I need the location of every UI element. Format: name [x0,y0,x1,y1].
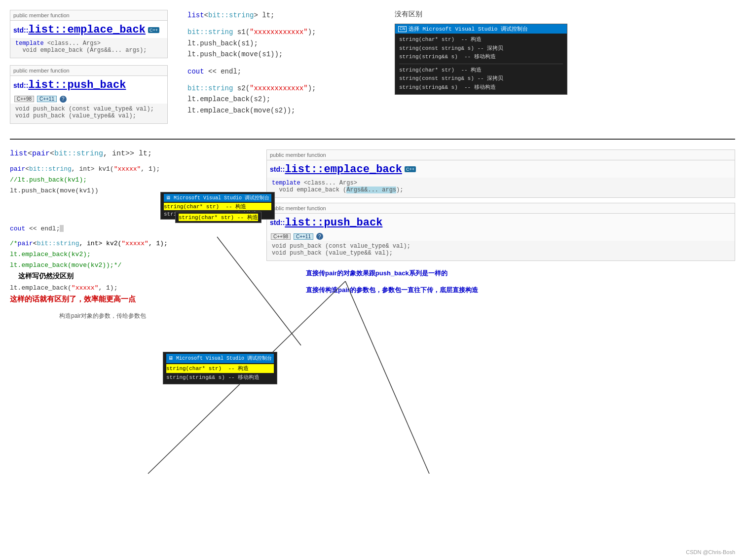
emplace-back-prefix: std:: [13,26,28,34]
code-commented-push: //lt.push_back(kv1); [10,175,247,186]
vs-line-1: string(char* str) -- 构造 [399,36,563,44]
badge-cpp11-b: C++11 [294,233,313,240]
vs-line-5: string(const string& s) -- 深拷贝 [399,75,563,83]
vs-console-header: CN 选择 Microsoft Visual Studio 调试控制台 [395,24,567,34]
emplace-back-title-row: std:: list::emplace_back C++ [10,21,167,38]
push-back-header: public member function [10,66,167,76]
push-back-title-row-b: std:: list::push_back [267,214,735,231]
vs-icon: CN [398,26,407,32]
vs-tooltip-cout-title: Microsoft Visual Studio 调试控制台 [174,195,269,201]
bottom-code-block: pair<bit::string, int> kv1("xxxxx", 1); … [10,164,247,306]
tooltip-header-row: 🖥 Microsoft Visual Studio 调试控制台 [166,354,274,363]
tooltip-header-text: Microsoft Visual Studio 调试控制台 [176,356,272,361]
code-cout-endl-2: cout << endl; [10,224,247,234]
push-back-prefix-b: std:: [270,219,285,226]
code-s2-decl: bit::string s2("xxxxxxxxxxxx"); [187,83,375,94]
vs-line-6: string(string&& s) -- 移动构造 [399,83,563,92]
code-comment-emplace-move-kv2: lt.emplace_back(move(kv2));*/ [10,260,247,271]
push-back-code-b: void push_back (const value_type& val); … [267,241,735,261]
list-pair-header: list<pair<bit::string, int>> lt; [10,149,247,158]
spacer4 [10,234,247,238]
push-back-badges: C++98 C++11 ? [10,93,167,104]
code-emplace-move-s2: lt.emplace_back(move(s2)); [187,105,375,116]
vs-tooltip-cout-header: 🖥 Microsoft Visual Studio 调试控制台 [164,194,271,202]
bottom-right: public member function std:: list::empla… [257,149,735,320]
push-back-code: void push_back (const value_type& val); … [10,104,167,123]
push-back-prefix: std:: [13,81,28,89]
template-line-b: template <class... Args> [272,180,730,187]
push-back-badges-b: C++98 C++11 ? [267,231,735,241]
emplace-back-doc-top: public member function std:: list::empla… [10,10,168,58]
func-line-b: void emplace_back (Args&&... args); [272,187,730,193]
code-comment-emplace-kv2: lt.emplace_back(kv2); [10,249,247,260]
emplace-back-title-row-b: std:: list::emplace_back C++ [267,160,735,178]
page-container: public member function std:: list::empla… [0,0,745,560]
code-emplace-direct: lt.emplace_back("xxxxx", 1); [10,283,247,294]
tooltip-line1: string(char* str) -- 构造 [166,364,274,373]
tooltip-line2: string(string&& s) -- 移动构造 [166,373,274,382]
push-back-func1-b: void push_back (const value_type& val); [272,243,730,250]
code-push-move-s1: lt.push_back(move(s1)); [187,49,375,60]
emplace-back-code-b: template <class... Args> void emplace_ba… [267,178,735,197]
vs-tooltip-small: string(char* str) -- 构造 [175,212,261,223]
tooltip-small-line1: string(char* str) -- 构造 [179,214,258,221]
emplace-back-header: public member function [10,10,167,21]
emplace-back-title: list::emplace_back [28,24,146,36]
middle-panel: list<bit::string> lt; bit::string s1("xx… [187,10,375,129]
push-back-title-row: std:: list::push_back [10,76,167,93]
footer: CSDN @Chris-Bosh [686,549,735,555]
code-push-s1: lt.push_back(s1); [187,38,375,49]
badge-question: ? [60,96,67,103]
push-back-title-b: list::push_back [285,217,382,229]
vs-console-top: CN 选择 Microsoft Visual Studio 调试控制台 stri… [395,24,567,95]
code-cout-endl: cout << endl; [187,66,375,77]
spacer3 [187,77,375,83]
func-line: void emplace_back (Args&&... args); [15,47,162,54]
tooltip2-line1: string(char* str) -- 构造 [164,203,271,210]
vs-line-3: string(string&& s) -- 移动构造 [399,53,563,62]
code-still-no-diff: 这样写仍然没区别 [10,271,247,283]
code-has-diff: 这样的话就有区别了，效率能更高一点 [10,294,247,306]
emplace-back-title-b: list::emplace_back [285,163,402,176]
annotation-label-3: 直接传构造pair的参数包，参数包一直往下传，底层直接构造 [306,286,735,295]
template-line: template <class... Args> [15,40,162,47]
push-back-header-b: public member function [267,203,735,214]
no-diff-label: 没有区别 [395,10,735,19]
top-section: public member function std:: list::empla… [10,10,735,140]
code-emplace-s2: lt.emplace_back(s2); [187,94,375,105]
push-back-doc-top: public member function std:: list::push_… [10,65,168,124]
emplace-back-header-b: public member function [267,150,735,160]
cpp-icon-1: C++ [148,27,159,33]
code-kv1-decl: pair<bit::string, int> kv1("xxxxx", 1); [10,164,247,175]
annotation-label-2: 直接传pair的对象效果跟push_back系列是一样的 [306,269,735,278]
code-list-decl: list<bit::string> lt; [187,10,375,21]
vs-line-2: string(const string& s) -- 深拷贝 [399,44,563,53]
push-back-func1: void push_back (const value_type& val); [15,106,162,112]
vs-console-body: string(char* str) -- 构造 string(const str… [395,34,567,94]
push-back-doc-bottom: public member function std:: list::push_… [266,203,735,261]
right-panel: 没有区别 CN 选择 Microsoft Visual Studio 调试控制台… [395,10,735,129]
badge-cpp98-b: C++98 [271,233,291,240]
vs-separator [399,64,563,64]
emplace-back-prefix-b: std:: [270,165,285,173]
vs-console-title: 选择 Microsoft Visual Studio 调试控制台 [409,25,528,33]
vs-tooltip-inline: 🖥 Microsoft Visual Studio 调试控制台 string(c… [163,352,277,384]
top-code-block: list<bit::string> lt; bit::string s1("xx… [187,10,375,116]
spacer1 [187,21,375,27]
code-s1-decl: bit::string s1("xxxxxxxxxxxx"); [187,27,375,37]
vs-line-4: string(char* str) -- 构造 [399,66,563,75]
vs-tooltip-cout-icon: 🖥 [166,195,171,201]
bottom-left: list<pair<bit::string, int>> lt; pair<bi… [10,149,257,320]
badge-cpp11: C++11 [37,96,57,102]
spacer2 [187,60,375,66]
cpp-icon-2: C++ [405,166,416,172]
annotation-label-1: 构造pair对象的参数，传给参数包 [59,311,247,320]
push-back-func2-b: void push_back (value_type&& val); [272,250,730,257]
badge-question-b: ? [316,233,323,240]
push-back-func2: void push_back (value_type&& val); [15,112,162,119]
emplace-back-code: template <class... Args> void emplace_ba… [10,38,167,58]
push-back-title: list::push_back [28,79,126,91]
code-comment-block-start: /*pair<bit::string, int> kv2("xxxxx", 1)… [10,238,247,249]
bottom-section: list<pair<bit::string, int>> lt; pair<bi… [10,149,735,320]
left-panel: public member function std:: list::empla… [10,10,168,129]
